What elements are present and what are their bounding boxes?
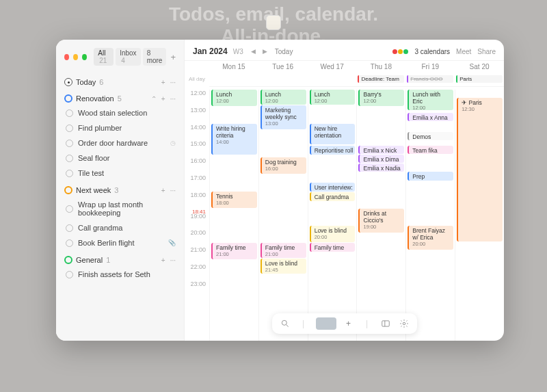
calendar-event[interactable]: Family time21:00 [211,243,257,259]
calendar-event[interactable]: Marketing weekly sync13:00 [261,105,306,129]
calendar-event[interactable]: Tennis18:00 [211,192,257,208]
checkbox[interactable] [66,170,73,177]
calendar-event[interactable]: ✈ Paris12:30 [457,98,503,241]
add-button[interactable]: + [161,257,165,264]
calendar-event[interactable]: Brent Faiyaz w/ Erica20:00 [408,226,453,250]
todo-item[interactable]: Tile test [64,166,176,181]
allday-event[interactable]: Paris [456,75,503,83]
checkbox[interactable] [66,140,73,147]
calendar-event[interactable]: Prep newsletter [408,172,453,181]
more-icon[interactable]: ··· [170,95,176,103]
calendar-event[interactable]: Lunch with Eric12:00 [408,90,453,110]
allday-event[interactable]: Deadline: Team [358,75,404,83]
layout-button[interactable] [379,317,392,330]
calendar-event[interactable]: Love is blind20:00 [310,226,356,242]
todo-item[interactable]: Find plumber [64,120,176,135]
section-general[interactable]: General 1 +··· [64,253,176,267]
app-window: All 21 Inbox 4 8 more + Today 6 +··· Ren… [56,40,504,341]
add-button[interactable]: + [161,187,165,194]
section-nextweek[interactable]: Next week 3 +··· [64,183,176,197]
day-column[interactable]: Lunch with Eric12:00Emilia x AnnaDemosTe… [405,90,455,341]
tab-inbox[interactable]: Inbox 4 [116,48,140,66]
next-button[interactable]: ▶ [261,47,269,56]
calendar-event[interactable]: Lunch12:00 [261,90,306,105]
day-column[interactable]: Barry's12:00Emilia x NickEmilia x DimaEm… [356,90,405,341]
calendar-event[interactable]: Emilia x Anna [408,113,453,121]
todo-item[interactable]: Wrap up last month bookkeeping [64,197,176,220]
event-time: 20:00 [412,241,451,247]
add-button[interactable]: + [161,95,165,103]
search-button[interactable] [279,317,291,330]
add-button[interactable]: + [161,79,165,86]
checkbox[interactable] [66,271,73,278]
calendar-event[interactable]: Emilia x Dima [358,155,404,163]
day-header: Mon 15 [209,61,258,75]
day-column[interactable]: Lunch12:00New hire orientationReprioriti… [308,90,357,341]
todo-item[interactable]: Seal floor [64,151,176,166]
tab-all[interactable]: All 21 [94,48,114,66]
svg-rect-2 [382,321,389,326]
calendar-event[interactable]: Family time [310,243,356,252]
circle-icon [64,186,72,194]
settings-button[interactable] [398,317,410,330]
checkbox[interactable] [66,155,73,162]
event-title: ✈ Paris [462,99,482,106]
calendar-event[interactable]: Lunch12:00 [310,90,356,105]
calendar-event[interactable]: Call grandma [310,192,356,201]
more-icon[interactable]: ··· [170,79,176,86]
event-title: Family time [265,244,295,251]
calendar-event[interactable]: Love is blind21:45 [261,259,306,274]
calendar-event[interactable]: Reprioritise roll [310,146,356,155]
allday-event[interactable]: Francis OOO [407,75,453,83]
prev-button[interactable]: ◀ [249,47,258,56]
calendar-event[interactable]: User interview: [310,183,356,192]
section-renovation[interactable]: Renovation 5 ⌃+··· [64,92,176,105]
more-icon[interactable]: ··· [170,257,176,264]
share-link[interactable]: Share [477,48,496,55]
more-icon[interactable]: ··· [170,187,176,194]
event-time: 18:00 [216,200,255,206]
event-title: Family time [216,244,245,251]
calendar-event[interactable]: Emilia x Nick [358,146,404,154]
close-icon[interactable] [64,54,69,60]
todo-item[interactable]: Order door hardware◷ [64,135,176,151]
minimize-icon[interactable] [73,54,78,60]
calendars-link[interactable]: 3 calendars [414,48,450,55]
day-column[interactable]: Lunch12:00Write hiring criteria14:00Tenn… [209,90,258,341]
event-time: 12:00 [265,98,304,104]
calendar-event[interactable]: Emilia x Nadia [358,164,404,172]
calendar-event[interactable]: Dog training16:00 [261,157,306,174]
calendar-event[interactable]: Demos [408,132,453,140]
checkbox[interactable] [66,224,73,232]
calendar-event[interactable]: Team fika [408,146,453,154]
calendar-event[interactable]: Drinks at Ciccio's19:00 [358,209,404,233]
meet-link[interactable]: Meet [456,48,471,55]
todo-item[interactable]: Call grandma [64,220,176,235]
checkbox[interactable] [66,109,73,117]
event-title: Dog training [265,159,297,166]
checkbox[interactable] [66,239,73,247]
add-button[interactable]: + [343,317,355,330]
zoom-icon[interactable] [82,54,87,60]
collapse-icon[interactable]: ⌃ [151,95,157,103]
section-today[interactable]: Today 6 +··· [64,75,176,89]
todo-item[interactable]: Book Berlin flight📎 [64,235,176,250]
todo-item[interactable]: Wood stain selection [64,105,176,120]
checkbox[interactable] [66,125,73,132]
calendar-event[interactable]: Write hiring criteria14:00 [211,124,257,155]
day-column[interactable]: Lunch12:00Marketing weekly sync13:00Dog … [258,90,308,341]
new-event-button[interactable] [316,317,336,330]
add-list-button[interactable]: + [170,52,176,62]
todo-label: Order door hardware [78,139,148,147]
calendar-event[interactable]: Lunch12:00 [211,90,257,106]
day-column[interactable]: ✈ Paris12:30 [455,90,504,341]
todo-item[interactable]: Finish assets for Seth [64,267,176,282]
today-button[interactable]: Today [275,48,293,55]
event-title: Emilia x Nadia [363,165,400,172]
calendar-event[interactable]: New hire orientation [310,124,356,144]
checkbox[interactable] [66,205,73,213]
calendar-event[interactable]: Barry's12:00 [358,90,404,106]
tab-more[interactable]: 8 more [143,48,167,66]
event-title: Lunch with Eric [412,91,440,105]
calendar-event[interactable]: Family time21:00 [261,243,306,258]
